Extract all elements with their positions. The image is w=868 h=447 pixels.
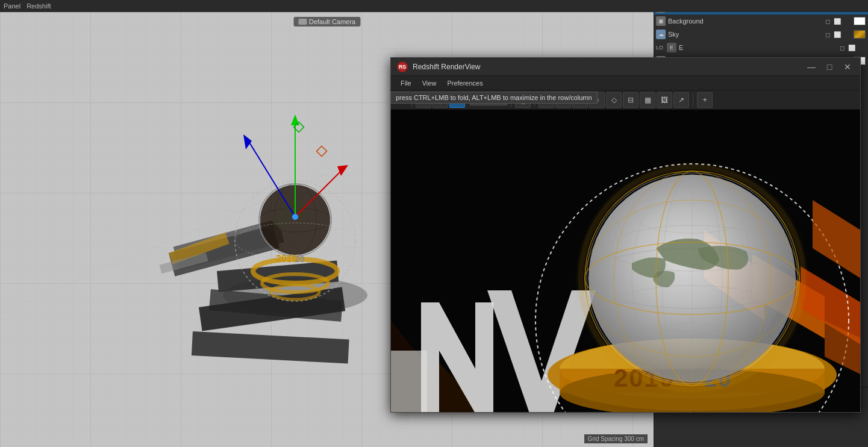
camera-icon: [298, 19, 307, 25]
svg-point-29: [292, 214, 298, 220]
lo-e-name: E: [679, 44, 835, 51]
maximize-button[interactable]: □: [823, 60, 836, 73]
redshift-menu[interactable]: Redshift: [27, 2, 51, 10]
render-view-titlebar: RS Redshift RenderView — □ ✕: [391, 58, 860, 76]
grid-spacing-label: Grid Spacing 300 cm: [584, 434, 648, 443]
scene-obj-sky[interactable]: ☁ Sky ◻ ⬜: [654, 28, 868, 41]
lo-e-controls: ◻ ⬜: [838, 43, 866, 52]
bg-visibility-icon[interactable]: ◻: [823, 17, 832, 25]
render-image: 2019 20: [391, 110, 860, 412]
rv-image-btn[interactable]: 🖼: [657, 92, 672, 108]
minimize-button[interactable]: —: [805, 60, 818, 73]
bg-check-icon[interactable]: [843, 17, 851, 25]
sky-visibility-icon[interactable]: ◻: [823, 30, 832, 39]
render-view-tooltip: press CTRL+LMB to fold, ALT+LMB to maxim…: [390, 92, 598, 104]
svg-text:2019: 2019: [276, 254, 298, 264]
scene-obj-background[interactable]: ▣ Background ◻ ⬜: [654, 14, 868, 28]
sky-obj-name: Sky: [668, 31, 821, 38]
rv-pattern-btn[interactable]: ▦: [640, 92, 655, 108]
rv-export-btn[interactable]: ↗: [673, 92, 689, 108]
lo-e-icon: E: [667, 43, 676, 52]
bg-obj-controls: ◻ ⬜: [823, 17, 851, 25]
top-toolbar: Panel Redshift: [0, 0, 868, 12]
render-view-menubar: File View Preferences: [391, 76, 860, 90]
toolbar-separator-4: [693, 93, 693, 107]
svg-marker-68: [391, 351, 427, 412]
scene-obj-lo-e[interactable]: LO E E ◻ ⬜: [654, 41, 868, 54]
bg-obj-icon: ▣: [656, 16, 666, 26]
render-view-title: Redshift RenderView: [413, 63, 800, 71]
rv-plus-btn[interactable]: +: [697, 92, 713, 108]
lo-prefix: LO: [656, 45, 663, 51]
lo-e-check-icon[interactable]: [857, 43, 866, 52]
close-button[interactable]: ✕: [841, 60, 854, 73]
lo-e-visibility-icon[interactable]: ◻: [838, 43, 846, 52]
rv-view-menu[interactable]: View: [417, 78, 442, 88]
bg-obj-name: Background: [668, 17, 821, 25]
render-view-window[interactable]: RS Redshift RenderView — □ ✕ File View P…: [390, 57, 861, 413]
sky-swatch[interactable]: [854, 30, 866, 39]
svg-text:20: 20: [295, 254, 305, 264]
lo-e-render-icon[interactable]: ⬜: [848, 43, 856, 52]
bg-swatch[interactable]: [854, 17, 866, 25]
bg-render-icon[interactable]: ⬜: [833, 17, 841, 25]
sky-obj-icon: ☁: [656, 30, 666, 39]
sky-check-icon[interactable]: [843, 30, 851, 39]
sky-obj-controls: ◻ ⬜: [823, 30, 851, 39]
rv-preferences-menu[interactable]: Preferences: [442, 78, 487, 88]
sky-render-icon[interactable]: ⬜: [833, 30, 841, 39]
render-canvas[interactable]: 2019 20: [391, 110, 860, 412]
viewport-camera-label: Default Camera: [293, 17, 360, 27]
rv-file-menu[interactable]: File: [396, 78, 416, 88]
rv-frame-btn[interactable]: ⊟: [623, 92, 639, 108]
panel-menu[interactable]: Panel: [4, 2, 20, 10]
redshift-logo: RS: [397, 61, 408, 72]
rv-diamond-btn[interactable]: ◇: [606, 92, 622, 108]
camera-label-text: Default Camera: [309, 18, 355, 25]
tooltip-text: press CTRL+LMB to fold, ALT+LMB to maxim…: [396, 94, 592, 101]
